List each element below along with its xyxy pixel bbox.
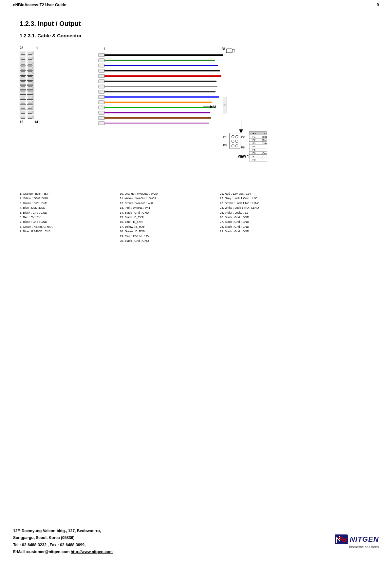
svg-rect-7 [99,90,104,93]
connector-row [20,115,33,119]
svg-rect-40 [249,148,267,151]
connector-row [20,110,33,114]
legend-area: 1. Orange : EXIT : EXT 2. Yellow : DM0 :… [20,191,372,243]
connector-cell [27,61,33,65]
connector-cell [27,56,33,60]
wire-ports-left [99,53,104,125]
wire-diagram-svg: 1 28 [38,46,267,187]
connector-cell [20,70,26,75]
section-title: 1.2.3. Input / Output [20,20,372,28]
connector-table: H3 Color H1 P1 Black J5 P2 Blue J6 P3 [249,131,267,161]
connector-cell [27,75,33,80]
svg-point-16 [232,140,234,143]
connector-cell [27,90,33,95]
connector-row [20,75,33,80]
svg-rect-13 [99,122,104,125]
svg-rect-9 [99,101,104,104]
svg-rect-2 [99,64,104,67]
connector-cell [20,115,26,119]
svg-text:P8: P8 [252,158,255,161]
svg-rect-3 [99,69,104,72]
footer-website-link[interactable]: http://www.nitgen.com [71,550,113,554]
connector-row [20,100,33,105]
svg-rect-4 [99,74,104,78]
svg-rect-52 [249,158,267,161]
legend-item: 14. Black : Gnd : GND [120,210,214,215]
legend-item: 3. Green : DM1 :DM1 [20,201,113,205]
connector-pins [232,135,238,147]
connector-cell [20,66,26,70]
connector-cell [20,95,26,100]
legend-col2: 10. Orange : WieOut0 : WO0 11. Yellow : … [120,191,214,243]
legend-item: 9. Blue : RS485B : R4B [20,229,113,234]
footer-line1: 12F, Daemyung Valeon bldg., 127, Beobwon… [13,528,113,535]
wire-label-28: 28 [221,47,225,51]
svg-text:Green: Green [262,152,267,155]
svg-text:Black: Black [262,135,267,138]
connector-cell [27,110,33,114]
legend-col1: 1. Orange : EXIT : EXT 2. Yellow : DM0 :… [20,191,113,243]
legend-item: 1. Orange : EXIT : EXT [20,191,113,196]
legend-item: 26. Black : Gnd : GND [220,215,313,220]
legend-item: 27. Black : Gnd : GND [220,220,313,224]
connector-cell [27,115,33,119]
p1-label: P1 [223,135,227,139]
svg-rect-1 [99,59,104,62]
legend-item: 13. Pink : WieIN1 : WI1 [120,205,214,210]
legend-item: 19. Red : 12V IN : 12V [120,234,214,239]
legend-item: 5. Black : Gnd : GND [20,210,113,215]
svg-rect-8 [99,95,104,99]
wire-diagram-area: 1 28 [38,46,372,188]
footer-logo: NITGEN biometric solutions [335,534,379,549]
legend-col3: 21. Red : 12V Out : 12V 22. Grey : Lock … [220,191,313,243]
svg-text:P2: P2 [252,139,255,142]
connector-cell [20,85,26,90]
p6-label: P6 [241,146,245,149]
svg-text:Color: Color [264,132,267,135]
wire-label-1: 1 [103,47,105,51]
right-connector-top-pin [232,49,235,52]
svg-point-15 [235,135,238,138]
connector-cell [27,51,33,55]
svg-rect-48 [249,155,267,158]
connector-cell [27,66,33,70]
connector-cell [27,105,33,109]
content-area: 1.2.3. Input / Output 1.2.3.1. Cable & C… [0,10,392,387]
svg-rect-12 [99,116,104,120]
footer-line2: Songpa-gu, Seoul, Korea (05836) [13,534,113,542]
connector-cell [20,105,26,109]
logo-text: NITGEN [350,535,379,544]
legend-item: 17. Yellow : E_RXP [120,224,214,229]
footer-address: 12F, Daemyung Valeon bldg., 127, Beobwon… [13,528,113,556]
header-bar: eNBioAccess-T2 User Guide 9 [0,0,392,10]
svg-point-19 [235,145,238,147]
subsection-title: 1.2.3.1. Cable & Connector [20,33,372,38]
connector-row [20,56,33,60]
svg-text:Blue: Blue [262,139,267,142]
svg-rect-36 [249,145,267,148]
legend-item: 21. Red : 12V Out : 12V [220,191,313,196]
legend-item: 22. Grey : Lock 1 Com : L1C [220,196,313,201]
connector-row [20,61,33,65]
footer-line3: Tel : 02-6488-3232 , Fax : 02-6488-3099, [13,542,113,549]
logo-sub: biometric solutions [349,545,379,549]
footer: 12F, Daemyung Valeon bldg., 127, Beobwon… [0,522,392,561]
connector-cell [27,95,33,100]
connector-cell [27,80,33,85]
connector-cell [20,51,26,55]
svg-text:P6: P6 [252,152,255,155]
connector-row [20,90,33,95]
legend-item: 7. Black : Gnd : GND [20,220,113,224]
page-container: eNBioAccess-T2 User Guide 9 1.2.3. Input… [0,0,392,561]
connector-row [20,66,33,70]
svg-text:H3: H3 [252,132,256,135]
connector-cell [20,110,26,114]
legend-item: 11. Yellow : WieOut1 : WO1 [120,196,214,201]
connector-cell [20,61,26,65]
connector-row [20,80,33,85]
legend-item: 2. Yellow : DM0 :DM0 [20,196,113,201]
right-connector-mid-bot [223,106,227,113]
connector-cell [27,70,33,75]
header-title: eNBioAccess-T2 User Guide [13,3,66,7]
connector-cell [20,80,26,85]
